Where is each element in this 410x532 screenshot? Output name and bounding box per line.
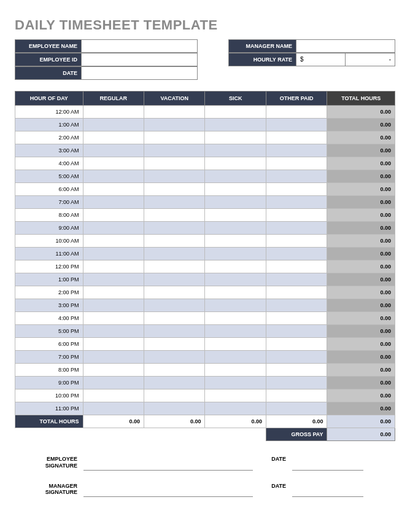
sick-cell[interactable] [205,222,266,235]
vacation-cell[interactable] [144,377,205,389]
regular-cell[interactable] [83,389,144,402]
regular-cell[interactable] [83,338,144,351]
vacation-cell[interactable] [144,119,205,131]
sick-cell[interactable] [205,106,266,119]
regular-cell[interactable] [83,273,144,286]
manager-signature-line[interactable] [83,482,253,498]
regular-cell[interactable] [83,222,144,235]
regular-cell[interactable] [83,235,144,248]
regular-cell[interactable] [83,144,144,157]
sick-cell[interactable] [205,209,266,222]
vacation-cell[interactable] [144,144,205,157]
sick-cell[interactable] [205,157,266,170]
sick-cell[interactable] [205,402,266,415]
vacation-cell[interactable] [144,209,205,222]
vacation-cell[interactable] [144,170,205,183]
employee-name-field[interactable] [81,39,198,53]
regular-cell[interactable] [83,209,144,222]
other-cell[interactable] [266,299,327,312]
vacation-cell[interactable] [144,248,205,260]
regular-cell[interactable] [83,299,144,312]
other-cell[interactable] [266,338,327,351]
other-cell[interactable] [266,325,327,338]
regular-cell[interactable] [83,364,144,377]
other-cell[interactable] [266,402,327,415]
other-cell[interactable] [266,248,327,260]
vacation-cell[interactable] [144,131,205,144]
other-cell[interactable] [266,170,327,183]
sick-cell[interactable] [205,196,266,209]
sick-cell[interactable] [205,170,266,183]
other-cell[interactable] [266,273,327,286]
regular-cell[interactable] [83,119,144,131]
other-cell[interactable] [266,157,327,170]
other-cell[interactable] [266,131,327,144]
employee-id-field[interactable] [81,53,198,66]
other-cell[interactable] [266,312,327,325]
sick-cell[interactable] [205,364,266,377]
vacation-cell[interactable] [144,157,205,170]
vacation-cell[interactable] [144,196,205,209]
other-cell[interactable] [266,389,327,402]
other-cell[interactable] [266,209,327,222]
regular-cell[interactable] [83,196,144,209]
other-cell[interactable] [266,260,327,273]
sick-cell[interactable] [205,286,266,299]
vacation-cell[interactable] [144,273,205,286]
other-cell[interactable] [266,106,327,119]
vacation-cell[interactable] [144,260,205,273]
vacation-cell[interactable] [144,312,205,325]
sick-cell[interactable] [205,260,266,273]
date-field[interactable] [81,66,198,80]
regular-cell[interactable] [83,312,144,325]
other-cell[interactable] [266,235,327,248]
vacation-cell[interactable] [144,183,205,196]
sick-cell[interactable] [205,338,266,351]
vacation-cell[interactable] [144,325,205,338]
regular-cell[interactable] [83,131,144,144]
regular-cell[interactable] [83,106,144,119]
other-cell[interactable] [266,196,327,209]
sick-cell[interactable] [205,248,266,260]
regular-cell[interactable] [83,402,144,415]
other-cell[interactable] [266,364,327,377]
vacation-cell[interactable] [144,299,205,312]
manager-signature-date-line[interactable] [292,482,363,498]
sick-cell[interactable] [205,389,266,402]
other-cell[interactable] [266,286,327,299]
vacation-cell[interactable] [144,389,205,402]
regular-cell[interactable] [83,248,144,260]
regular-cell[interactable] [83,157,144,170]
employee-signature-line[interactable] [83,455,253,471]
vacation-cell[interactable] [144,338,205,351]
sick-cell[interactable] [205,299,266,312]
regular-cell[interactable] [83,377,144,389]
other-cell[interactable] [266,119,327,131]
vacation-cell[interactable] [144,286,205,299]
vacation-cell[interactable] [144,106,205,119]
sick-cell[interactable] [205,144,266,157]
sick-cell[interactable] [205,273,266,286]
sick-cell[interactable] [205,119,266,131]
sick-cell[interactable] [205,183,266,196]
sick-cell[interactable] [205,131,266,144]
other-cell[interactable] [266,222,327,235]
regular-cell[interactable] [83,170,144,183]
vacation-cell[interactable] [144,222,205,235]
sick-cell[interactable] [205,312,266,325]
regular-cell[interactable] [83,286,144,299]
sick-cell[interactable] [205,325,266,338]
sick-cell[interactable] [205,351,266,364]
manager-name-field[interactable] [296,39,395,53]
vacation-cell[interactable] [144,364,205,377]
other-cell[interactable] [266,351,327,364]
regular-cell[interactable] [83,325,144,338]
employee-signature-date-line[interactable] [292,455,363,471]
vacation-cell[interactable] [144,402,205,415]
vacation-cell[interactable] [144,351,205,364]
other-cell[interactable] [266,377,327,389]
sick-cell[interactable] [205,377,266,389]
vacation-cell[interactable] [144,235,205,248]
other-cell[interactable] [266,144,327,157]
sick-cell[interactable] [205,235,266,248]
